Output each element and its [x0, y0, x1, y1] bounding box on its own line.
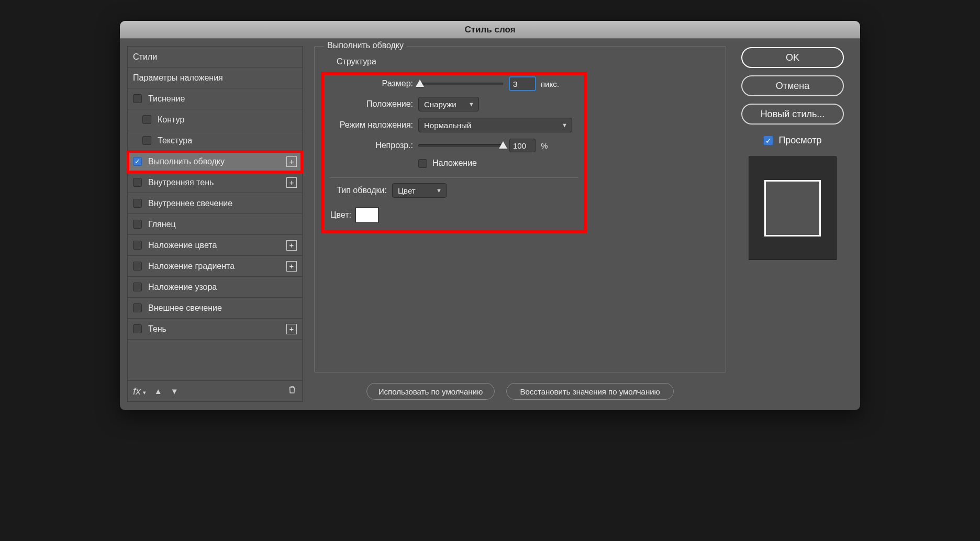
sidebar-item-label: Наложение цвета: [148, 241, 217, 250]
checkbox[interactable]: [133, 199, 142, 208]
structure-label: Структура: [337, 57, 714, 66]
move-up-icon[interactable]: ▲: [154, 387, 162, 396]
position-select[interactable]: Снаружи ▼: [418, 97, 479, 111]
color-swatch[interactable]: [355, 207, 378, 223]
size-input[interactable]: [509, 77, 536, 91]
sidebar-item-label: Параметры наложения: [133, 73, 223, 83]
fx-menu-icon[interactable]: fx▾: [133, 386, 146, 397]
opacity-input[interactable]: [509, 139, 536, 152]
add-effect-icon[interactable]: +: [286, 261, 297, 272]
highlight-annotation: Размер: пикс. Положение: Снаружи: [321, 72, 587, 233]
blend-label: Режим наложения:: [329, 120, 418, 130]
overprint-checkbox-row[interactable]: Наложение: [418, 159, 477, 168]
sidebar-item-bevel[interactable]: Тиснение: [128, 88, 302, 109]
styles-list: Стили Параметры наложения Тиснение Конту…: [127, 46, 303, 381]
checkbox[interactable]: [133, 157, 142, 166]
overprint-label: Наложение: [432, 159, 477, 168]
checkbox[interactable]: [133, 324, 142, 333]
fill-type-row: Тип обводки: Цвет ▼: [329, 183, 578, 198]
preview-inner: [764, 180, 821, 236]
preview-label: Просмотр: [778, 135, 821, 146]
make-default-button[interactable]: Использовать по умолчанию: [366, 383, 495, 400]
dialog-title: Стиль слоя: [120, 21, 860, 39]
sidebar-item-drop-shadow[interactable]: Тень +: [128, 319, 302, 340]
ok-button[interactable]: OK: [741, 47, 844, 68]
color-row: Цвет:: [329, 207, 578, 223]
chevron-down-icon: ▼: [436, 187, 442, 194]
stroke-fieldset: Выполнить обводку Структура Размер: пикс…: [314, 46, 726, 373]
checkbox[interactable]: [133, 178, 142, 187]
reset-default-button[interactable]: Восстановить значения по умолчанию: [506, 383, 674, 400]
checkbox[interactable]: [142, 136, 151, 145]
sidebar-item-blending-options[interactable]: Параметры наложения: [128, 67, 302, 88]
select-value: Снаружи: [424, 100, 456, 109]
fill-type-select[interactable]: Цвет ▼: [392, 183, 447, 198]
sidebar-item-label: Внутренняя тень: [148, 178, 214, 187]
select-value: Цвет: [398, 186, 416, 195]
chevron-down-icon: ▼: [562, 122, 567, 128]
size-label: Размер:: [329, 79, 418, 88]
sidebar-item-contour[interactable]: Контур: [128, 109, 302, 130]
checkbox[interactable]: [418, 159, 427, 168]
sidebar-item-label: Внешнее свечение: [148, 303, 222, 313]
cancel-button[interactable]: Отмена: [741, 75, 844, 96]
size-row: Размер: пикс.: [329, 77, 578, 91]
divider: [329, 177, 578, 178]
blend-row: Режим наложения: Нормальный ▼: [329, 118, 578, 132]
sidebar-footer: fx▾ ▲ ▼: [127, 381, 303, 402]
position-label: Положение:: [329, 99, 418, 109]
sidebar-item-color-overlay[interactable]: Наложение цвета +: [128, 235, 302, 256]
preview-thumbnail: [749, 156, 837, 260]
main-panel: Выполнить обводку Структура Размер: пикс…: [314, 46, 726, 402]
sidebar-item-texture[interactable]: Текстура: [128, 130, 302, 151]
checkbox[interactable]: [133, 94, 142, 103]
checkbox[interactable]: [142, 115, 151, 124]
sidebar-item-inner-shadow[interactable]: Внутренняя тень +: [128, 172, 302, 193]
chevron-down-icon: ▼: [469, 101, 474, 107]
preview-checkbox-row[interactable]: Просмотр: [763, 135, 821, 146]
sidebar-item-label: Тень: [148, 324, 166, 334]
sidebar-item-inner-glow[interactable]: Внутреннее свечение: [128, 193, 302, 214]
add-effect-icon[interactable]: +: [286, 324, 297, 334]
blend-select[interactable]: Нормальный ▼: [418, 118, 572, 132]
checkbox[interactable]: [133, 303, 142, 312]
right-column: OK Отмена Новый стиль... Просмотр: [738, 46, 848, 402]
sidebar-item-label: Контур: [158, 115, 184, 125]
sidebar-item-label: Глянец: [148, 220, 176, 229]
sidebar-item-satin[interactable]: Глянец: [128, 214, 302, 235]
size-unit: пикс.: [541, 80, 559, 88]
size-slider[interactable]: [418, 78, 503, 89]
add-effect-icon[interactable]: +: [286, 156, 297, 167]
sidebar-item-label: Внутреннее свечение: [148, 199, 232, 208]
opacity-slider[interactable]: [418, 140, 503, 151]
opacity-row: Непрозр.: %: [329, 139, 578, 152]
overprint-row: Наложение: [329, 159, 578, 168]
sidebar-item-styles[interactable]: Стили: [128, 47, 302, 67]
checkbox[interactable]: [133, 220, 142, 229]
sidebar-item-gradient-overlay[interactable]: Наложение градиента +: [128, 256, 302, 277]
sidebar-item-stroke[interactable]: Выполнить обводку +: [128, 151, 302, 172]
dialog-body: Стили Параметры наложения Тиснение Конту…: [120, 39, 860, 410]
move-down-icon[interactable]: ▼: [171, 387, 179, 396]
new-style-button[interactable]: Новый стиль...: [741, 104, 844, 125]
checkbox[interactable]: [763, 136, 773, 145]
styles-sidebar: Стили Параметры наложения Тиснение Конту…: [127, 46, 303, 402]
layer-style-dialog: Стиль слоя Стили Параметры наложения Тис…: [120, 21, 860, 410]
sidebar-item-label: Наложение градиента: [148, 262, 235, 271]
position-row: Положение: Снаружи ▼: [329, 97, 578, 111]
sidebar-item-label: Текстура: [158, 136, 192, 145]
default-buttons-row: Использовать по умолчанию Восстановить з…: [314, 377, 726, 402]
sidebar-item-label: Тиснение: [148, 94, 185, 104]
add-effect-icon[interactable]: +: [286, 240, 297, 251]
select-value: Нормальный: [424, 121, 471, 130]
trash-icon[interactable]: [287, 385, 297, 398]
checkbox[interactable]: [133, 283, 142, 291]
sidebar-item-outer-glow[interactable]: Внешнее свечение: [128, 298, 302, 319]
fieldset-title: Выполнить обводку: [324, 41, 407, 50]
checkbox[interactable]: [133, 262, 142, 270]
opacity-unit: %: [541, 141, 548, 150]
opacity-label: Непрозр.:: [329, 141, 418, 150]
add-effect-icon[interactable]: +: [286, 177, 297, 188]
checkbox[interactable]: [133, 241, 142, 250]
sidebar-item-pattern-overlay[interactable]: Наложение узора: [128, 277, 302, 298]
